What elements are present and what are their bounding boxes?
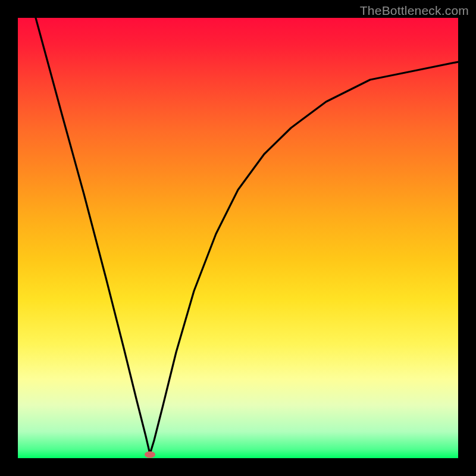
bottleneck-curve bbox=[18, 18, 458, 458]
plot-area bbox=[18, 18, 458, 458]
minimum-marker bbox=[145, 452, 155, 458]
chart-frame: TheBottleneck.com bbox=[0, 0, 476, 476]
watermark-text: TheBottleneck.com bbox=[360, 4, 469, 18]
curve-path bbox=[36, 18, 458, 454]
